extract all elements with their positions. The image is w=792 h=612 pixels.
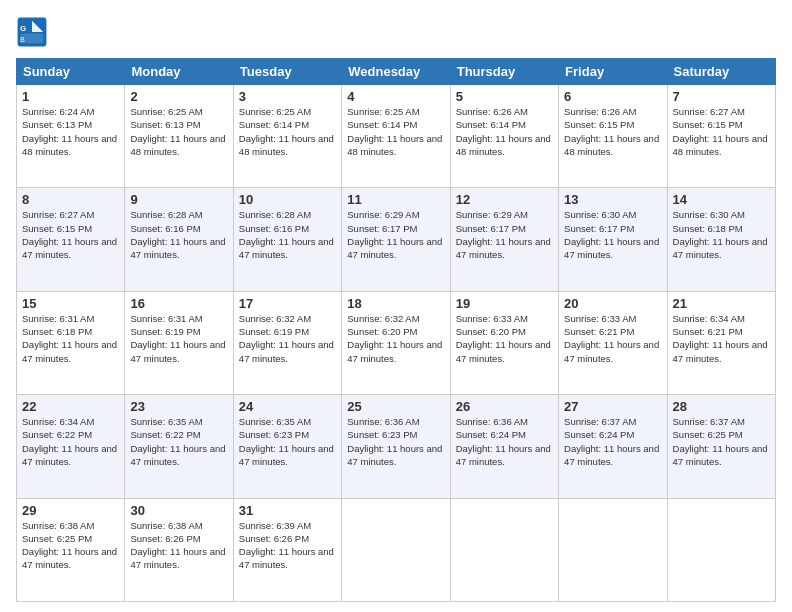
- daylight-label: Daylight: 11 hours and 47 minutes.: [347, 443, 442, 467]
- day-number: 16: [130, 296, 227, 311]
- day-info: Sunrise: 6:32 AM Sunset: 6:20 PM Dayligh…: [347, 312, 444, 365]
- sunrise-label: Sunrise: 6:24 AM: [22, 106, 94, 117]
- daylight-label: Daylight: 11 hours and 47 minutes.: [239, 236, 334, 260]
- day-info: Sunrise: 6:24 AM Sunset: 6:13 PM Dayligh…: [22, 105, 119, 158]
- day-number: 31: [239, 503, 336, 518]
- weekday-header-monday: Monday: [125, 59, 233, 85]
- calendar-cell: 31 Sunrise: 6:39 AM Sunset: 6:26 PM Dayl…: [233, 498, 341, 601]
- day-info: Sunrise: 6:29 AM Sunset: 6:17 PM Dayligh…: [347, 208, 444, 261]
- calendar-cell: 10 Sunrise: 6:28 AM Sunset: 6:16 PM Dayl…: [233, 188, 341, 291]
- sunset-label: Sunset: 6:16 PM: [130, 223, 200, 234]
- sunrise-label: Sunrise: 6:25 AM: [239, 106, 311, 117]
- day-number: 30: [130, 503, 227, 518]
- sunset-label: Sunset: 6:19 PM: [239, 326, 309, 337]
- sunset-label: Sunset: 6:26 PM: [130, 533, 200, 544]
- day-number: 11: [347, 192, 444, 207]
- calendar-cell: 24 Sunrise: 6:35 AM Sunset: 6:23 PM Dayl…: [233, 395, 341, 498]
- sunrise-label: Sunrise: 6:32 AM: [239, 313, 311, 324]
- sunrise-label: Sunrise: 6:26 AM: [564, 106, 636, 117]
- day-info: Sunrise: 6:27 AM Sunset: 6:15 PM Dayligh…: [673, 105, 770, 158]
- sunrise-label: Sunrise: 6:31 AM: [130, 313, 202, 324]
- day-number: 20: [564, 296, 661, 311]
- daylight-label: Daylight: 11 hours and 47 minutes.: [673, 339, 768, 363]
- day-info: Sunrise: 6:33 AM Sunset: 6:21 PM Dayligh…: [564, 312, 661, 365]
- calendar-cell: 15 Sunrise: 6:31 AM Sunset: 6:18 PM Dayl…: [17, 291, 125, 394]
- daylight-label: Daylight: 11 hours and 48 minutes.: [564, 133, 659, 157]
- calendar-cell: 25 Sunrise: 6:36 AM Sunset: 6:23 PM Dayl…: [342, 395, 450, 498]
- day-info: Sunrise: 6:34 AM Sunset: 6:22 PM Dayligh…: [22, 415, 119, 468]
- day-number: 24: [239, 399, 336, 414]
- day-number: 26: [456, 399, 553, 414]
- calendar-cell: 26 Sunrise: 6:36 AM Sunset: 6:24 PM Dayl…: [450, 395, 558, 498]
- day-number: 18: [347, 296, 444, 311]
- calendar-cell: 21 Sunrise: 6:34 AM Sunset: 6:21 PM Dayl…: [667, 291, 775, 394]
- sunrise-label: Sunrise: 6:36 AM: [456, 416, 528, 427]
- day-number: 1: [22, 89, 119, 104]
- sunrise-label: Sunrise: 6:34 AM: [673, 313, 745, 324]
- calendar-cell: 17 Sunrise: 6:32 AM Sunset: 6:19 PM Dayl…: [233, 291, 341, 394]
- sunrise-label: Sunrise: 6:30 AM: [673, 209, 745, 220]
- day-info: Sunrise: 6:28 AM Sunset: 6:16 PM Dayligh…: [239, 208, 336, 261]
- day-number: 19: [456, 296, 553, 311]
- day-info: Sunrise: 6:25 AM Sunset: 6:14 PM Dayligh…: [347, 105, 444, 158]
- calendar-cell: 27 Sunrise: 6:37 AM Sunset: 6:24 PM Dayl…: [559, 395, 667, 498]
- day-info: Sunrise: 6:26 AM Sunset: 6:15 PM Dayligh…: [564, 105, 661, 158]
- daylight-label: Daylight: 11 hours and 47 minutes.: [456, 339, 551, 363]
- day-number: 22: [22, 399, 119, 414]
- sunset-label: Sunset: 6:24 PM: [564, 429, 634, 440]
- calendar-cell: [559, 498, 667, 601]
- sunrise-label: Sunrise: 6:29 AM: [456, 209, 528, 220]
- day-number: 10: [239, 192, 336, 207]
- svg-text:B: B: [20, 35, 25, 44]
- daylight-label: Daylight: 11 hours and 48 minutes.: [239, 133, 334, 157]
- day-number: 21: [673, 296, 770, 311]
- page: G B SundayMondayTuesdayWednesdayThursday…: [0, 0, 792, 612]
- sunrise-label: Sunrise: 6:34 AM: [22, 416, 94, 427]
- day-info: Sunrise: 6:32 AM Sunset: 6:19 PM Dayligh…: [239, 312, 336, 365]
- calendar-cell: 30 Sunrise: 6:38 AM Sunset: 6:26 PM Dayl…: [125, 498, 233, 601]
- sunset-label: Sunset: 6:21 PM: [564, 326, 634, 337]
- header: G B: [16, 16, 776, 48]
- day-number: 17: [239, 296, 336, 311]
- calendar-cell: 23 Sunrise: 6:35 AM Sunset: 6:22 PM Dayl…: [125, 395, 233, 498]
- daylight-label: Daylight: 11 hours and 48 minutes.: [130, 133, 225, 157]
- calendar-cell: 6 Sunrise: 6:26 AM Sunset: 6:15 PM Dayli…: [559, 85, 667, 188]
- sunset-label: Sunset: 6:14 PM: [239, 119, 309, 130]
- calendar-cell: 3 Sunrise: 6:25 AM Sunset: 6:14 PM Dayli…: [233, 85, 341, 188]
- day-info: Sunrise: 6:36 AM Sunset: 6:23 PM Dayligh…: [347, 415, 444, 468]
- daylight-label: Daylight: 11 hours and 47 minutes.: [239, 546, 334, 570]
- sunrise-label: Sunrise: 6:35 AM: [239, 416, 311, 427]
- sunset-label: Sunset: 6:15 PM: [22, 223, 92, 234]
- logo: G B: [16, 16, 52, 48]
- sunrise-label: Sunrise: 6:39 AM: [239, 520, 311, 531]
- daylight-label: Daylight: 11 hours and 47 minutes.: [564, 443, 659, 467]
- sunset-label: Sunset: 6:18 PM: [673, 223, 743, 234]
- week-row-3: 15 Sunrise: 6:31 AM Sunset: 6:18 PM Dayl…: [17, 291, 776, 394]
- sunset-label: Sunset: 6:21 PM: [673, 326, 743, 337]
- sunrise-label: Sunrise: 6:32 AM: [347, 313, 419, 324]
- sunset-label: Sunset: 6:26 PM: [239, 533, 309, 544]
- sunset-label: Sunset: 6:22 PM: [130, 429, 200, 440]
- day-info: Sunrise: 6:36 AM Sunset: 6:24 PM Dayligh…: [456, 415, 553, 468]
- day-info: Sunrise: 6:38 AM Sunset: 6:26 PM Dayligh…: [130, 519, 227, 572]
- calendar-cell: 28 Sunrise: 6:37 AM Sunset: 6:25 PM Dayl…: [667, 395, 775, 498]
- day-info: Sunrise: 6:27 AM Sunset: 6:15 PM Dayligh…: [22, 208, 119, 261]
- sunrise-label: Sunrise: 6:30 AM: [564, 209, 636, 220]
- daylight-label: Daylight: 11 hours and 47 minutes.: [673, 236, 768, 260]
- sunrise-label: Sunrise: 6:28 AM: [239, 209, 311, 220]
- sunset-label: Sunset: 6:17 PM: [347, 223, 417, 234]
- sunset-label: Sunset: 6:14 PM: [456, 119, 526, 130]
- calendar-cell: 19 Sunrise: 6:33 AM Sunset: 6:20 PM Dayl…: [450, 291, 558, 394]
- sunset-label: Sunset: 6:17 PM: [456, 223, 526, 234]
- sunset-label: Sunset: 6:13 PM: [130, 119, 200, 130]
- sunset-label: Sunset: 6:24 PM: [456, 429, 526, 440]
- calendar-cell: 13 Sunrise: 6:30 AM Sunset: 6:17 PM Dayl…: [559, 188, 667, 291]
- sunset-label: Sunset: 6:16 PM: [239, 223, 309, 234]
- day-number: 25: [347, 399, 444, 414]
- sunrise-label: Sunrise: 6:27 AM: [22, 209, 94, 220]
- day-number: 15: [22, 296, 119, 311]
- day-info: Sunrise: 6:25 AM Sunset: 6:13 PM Dayligh…: [130, 105, 227, 158]
- daylight-label: Daylight: 11 hours and 47 minutes.: [456, 236, 551, 260]
- calendar-cell: 16 Sunrise: 6:31 AM Sunset: 6:19 PM Dayl…: [125, 291, 233, 394]
- calendar-cell: 29 Sunrise: 6:38 AM Sunset: 6:25 PM Dayl…: [17, 498, 125, 601]
